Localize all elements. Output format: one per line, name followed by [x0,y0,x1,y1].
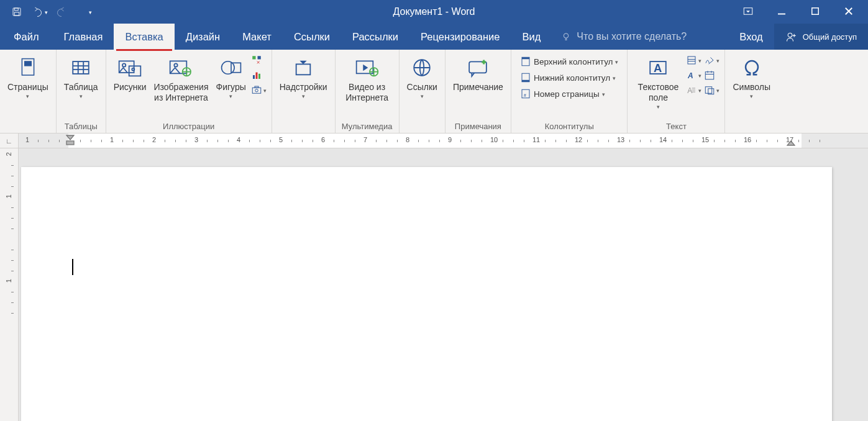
textbox-button[interactable]: A Текстовое поле▾ [631,52,685,110]
first-line-indent[interactable] [66,135,75,146]
document-area: 211 [0,148,868,421]
group-addins: Надстройки▾ [272,50,336,133]
table-button[interactable]: Таблица▾ [60,52,102,100]
tab-layout[interactable]: Макет [231,24,283,50]
window-title: Документ1 - Word [393,6,475,17]
svg-rect-33 [522,57,529,59]
maximize-button[interactable] [810,6,821,19]
svg-text:A: A [688,86,693,95]
group-label: Текст [666,119,687,133]
redo-button[interactable] [57,6,68,17]
share-label: Общий доступ [803,32,857,42]
group-symbols: Символы▾ [725,50,778,133]
lightbulb-icon [560,31,572,42]
group-comments: Примечание Примечания [445,50,511,133]
group-header-footer: Верхний колонтитул▾ Нижний колонтитул▾ #… [511,50,628,133]
share-icon [785,30,798,43]
wordart-button[interactable]: A▾ [686,70,701,81]
comment-button[interactable]: Примечание [449,52,507,93]
group-label [421,119,423,133]
table-icon [70,55,91,81]
shapes-button[interactable]: Фигуры▾ [212,52,249,100]
links-button[interactable]: Ссылки▾ [403,52,441,100]
addins-button[interactable]: Надстройки▾ [276,52,331,100]
document-page[interactable] [21,167,832,421]
svg-rect-26 [255,86,258,88]
tab-review[interactable]: Рецензирование [409,24,511,50]
tab-insert[interactable]: Вставка [114,24,174,50]
shapes-icon [220,55,242,81]
svg-rect-27 [296,64,311,75]
undo-button[interactable]: ▾ [31,6,48,17]
svg-rect-9 [73,61,89,74]
group-label: Иллюстрации [163,119,214,133]
page-viewport[interactable] [19,148,868,421]
text-cursor [72,259,73,275]
svg-text:A: A [654,61,662,75]
ruler-corner: ∟ [0,134,19,148]
svg-rect-2 [14,12,19,16]
window-controls [742,6,868,19]
horizontal-ruler-bar: ∟ 11234567891011121314151617 [0,134,868,148]
group-label [27,119,29,133]
group-media: Видео из Интернета Мультимедиа [336,50,400,133]
footer-icon [520,72,531,83]
addins-icon [293,55,314,81]
share-button[interactable]: Общий доступ [774,24,868,50]
datetime-button[interactable] [704,70,720,81]
pagenumber-icon: # [520,88,531,99]
signature-button[interactable]: ▾ [704,55,720,66]
video-icon [355,55,380,81]
screenshot-button[interactable]: ▾ [251,84,267,96]
smartart-button[interactable] [251,55,267,66]
ribbon-display-button[interactable] [742,6,754,19]
svg-point-5 [564,34,569,38]
svg-rect-22 [255,73,257,79]
header-button[interactable]: Верхний колонтитул▾ [518,55,621,68]
tab-references[interactable]: Ссылки [283,24,341,50]
svg-rect-8 [24,61,32,66]
chart-button[interactable] [251,70,267,81]
save-button[interactable] [11,6,22,17]
tell-me-placeholder: Что вы хотите сделать? [577,31,687,42]
title-bar: ▾ ▾ Документ1 - Word [0,0,868,24]
tab-mailings[interactable]: Рассылки [341,24,409,50]
online-video-button[interactable]: Видео из Интернета [339,52,395,103]
tab-file[interactable]: Файл [0,24,53,50]
online-pictures-button[interactable]: Изображения из Интернета [150,52,212,103]
close-button[interactable] [843,6,854,19]
menu-bar: Файл Главная Вставка Дизайн Макет Ссылки… [0,24,868,50]
omega-icon [741,55,762,81]
object-button[interactable]: ▾ [704,84,720,96]
link-icon [411,55,432,81]
group-label: Примечания [455,119,501,133]
pages-button[interactable]: Страницы▾ [4,52,52,100]
svg-rect-21 [253,75,255,79]
svg-rect-12 [129,66,141,76]
svg-point-25 [255,89,258,93]
drop-cap-button[interactable]: A▾ [686,84,701,96]
header-icon [520,56,531,67]
symbols-button[interactable]: Символы▾ [729,52,774,100]
footer-button[interactable]: Нижний колонтитул▾ [518,71,621,84]
group-label: Таблицы [65,119,98,133]
group-text: A Текстовое поле▾ ▾ A▾ A▾ ▾ ▾ Текст [628,50,725,133]
comment-icon [467,55,489,81]
vertical-ruler[interactable]: 211 [0,148,19,421]
tab-design[interactable]: Дизайн [175,24,231,50]
qat-customize[interactable]: ▾ [89,9,92,16]
tell-me-search[interactable]: Что вы хотите сделать? [552,24,695,50]
horizontal-ruler[interactable]: 11234567891011121314151617 [19,134,868,148]
group-links: Ссылки▾ [400,50,445,133]
tab-home[interactable]: Главная [53,24,114,50]
pictures-button[interactable]: Рисунки [110,52,150,93]
group-illustrations: Рисунки Изображения из Интернета Фигуры▾… [106,50,272,133]
svg-point-6 [788,33,792,37]
svg-rect-4 [812,7,819,14]
signin-button[interactable]: Вход [728,24,774,50]
minimize-button[interactable] [776,6,787,19]
page-number-button[interactable]: #Номер страницы▾ [518,87,621,101]
group-label [302,119,304,133]
tab-view[interactable]: Вид [511,24,552,50]
quick-parts-button[interactable]: ▾ [686,55,701,66]
